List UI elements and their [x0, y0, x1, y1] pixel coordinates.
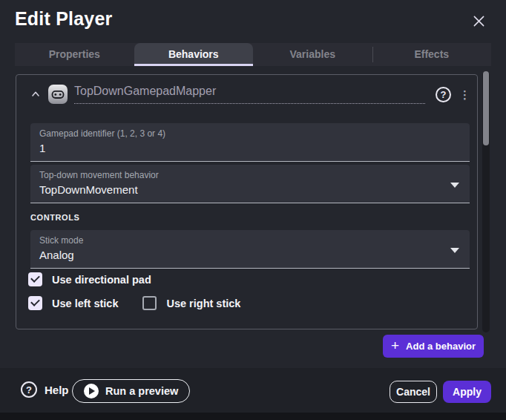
footer-bar: ? Help Run a preview Cancel Apply: [0, 368, 506, 413]
checkbox-row: Use left stick Use right stick: [28, 296, 240, 310]
behavior-name: TopDownGamepadMapper: [74, 85, 216, 97]
field-value: Analog: [39, 249, 461, 261]
checkbox-label: Use directional pad: [52, 274, 151, 286]
tab-properties[interactable]: Properties: [15, 43, 134, 66]
field-value: TopDownMovement: [39, 183, 461, 196]
help-label: Help: [45, 384, 69, 396]
edit-player-dialog: Edit Player Properties Behaviors Variabl…: [0, 0, 506, 413]
tab-behaviors[interactable]: Behaviors: [134, 43, 254, 66]
checkbox-left-stick[interactable]: [28, 296, 42, 310]
gamepad-icon: [48, 85, 68, 104]
tab-effects[interactable]: Effects: [372, 43, 492, 66]
add-behavior-label: Add a behavior: [406, 341, 476, 352]
run-preview-button[interactable]: Run a preview: [72, 379, 190, 403]
behavior-header: TopDownGamepadMapper ? ⋮: [27, 83, 468, 105]
behaviors-scroll-container[interactable]: TopDownGamepadMapper ? ⋮ Gamepad identif…: [16, 74, 478, 329]
checkbox-right-stick[interactable]: [142, 296, 157, 310]
controls-section-label: CONTROLS: [30, 213, 80, 222]
field-value: 1: [39, 142, 461, 154]
kebab-menu-icon[interactable]: ⋮: [459, 89, 468, 100]
behavior-name-field[interactable]: TopDownGamepadMapper: [74, 85, 425, 104]
field-label: Stick mode: [39, 235, 461, 246]
chevron-up-icon[interactable]: [27, 86, 44, 102]
add-behavior-button[interactable]: + Add a behavior: [383, 335, 484, 358]
stick-mode-select[interactable]: Stick mode Analog: [30, 230, 470, 269]
chevron-down-icon: [450, 248, 459, 253]
apply-button[interactable]: Apply: [443, 381, 491, 403]
play-icon: [84, 384, 99, 398]
help-icon: ?: [21, 381, 37, 398]
checkbox-label: Use left stick: [52, 298, 118, 309]
checkbox-row: Use directional pad: [28, 272, 151, 286]
checkbox-label: Use right stick: [166, 298, 240, 309]
checkbox-directional-pad[interactable]: [28, 272, 42, 286]
field-label: Top-down movement behavior: [39, 170, 461, 180]
help-button[interactable]: ? Help: [21, 381, 69, 398]
close-icon[interactable]: [468, 10, 489, 31]
scrollbar-thumb[interactable]: [483, 71, 489, 145]
page-title: Edit Player: [15, 8, 112, 30]
behavior-help-icon[interactable]: ?: [436, 87, 451, 102]
movement-behavior-select[interactable]: Top-down movement behavior TopDownMoveme…: [30, 165, 470, 203]
cancel-button[interactable]: Cancel: [390, 381, 437, 403]
plus-icon: +: [391, 338, 399, 352]
field-label: Gamepad identifier (1, 2, 3 or 4): [39, 128, 461, 139]
gamepad-identifier-field[interactable]: Gamepad identifier (1, 2, 3 or 4) 1: [30, 123, 470, 162]
run-preview-label: Run a preview: [105, 385, 178, 397]
chevron-down-icon: [450, 183, 459, 188]
tab-bar: Properties Behaviors Variables Effects: [15, 43, 491, 66]
tab-variables[interactable]: Variables: [253, 43, 372, 66]
